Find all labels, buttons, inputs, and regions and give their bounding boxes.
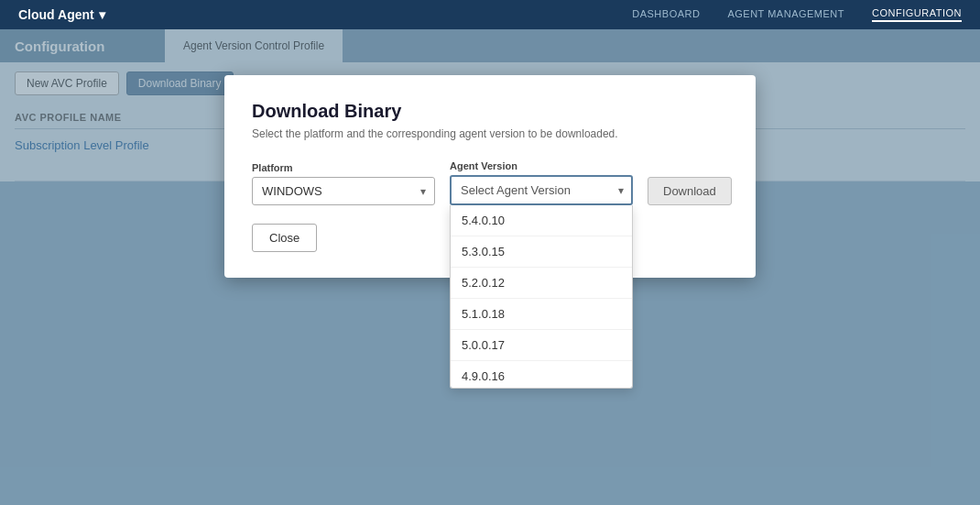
version-option-2[interactable]: 5.2.0.12 [451,268,632,299]
modal-subtitle: Select the platform and the correspondin… [252,127,728,140]
platform-select-wrap: WINDOWS ▾ [252,177,435,205]
nav-dashboard[interactable]: DASHBOARD [632,8,700,21]
nav-configuration[interactable]: CONFIGURATION [872,7,962,22]
brand-logo[interactable]: Cloud Agent ▾ [18,7,105,22]
agent-version-select[interactable]: Select Agent Version [450,175,633,205]
modal-title: Download Binary [252,101,728,122]
version-option-4[interactable]: 5.0.0.17 [451,330,632,361]
agent-version-field-group: Agent Version Select Agent Version ▾ 5.4… [450,160,633,205]
agent-version-dropdown-list[interactable]: 5.4.0.10 5.3.0.15 5.2.0.12 5.1.0.18 5.0.… [450,205,633,389]
top-navigation: Cloud Agent ▾ DASHBOARD AGENT MANAGEMENT… [0,0,980,29]
brand-chevron: ▾ [99,7,105,22]
close-modal-button[interactable]: Close [252,224,317,252]
platform-label: Platform [252,162,435,173]
version-option-5[interactable]: 4.9.0.16 [451,361,632,389]
platform-select[interactable]: WINDOWS [252,177,435,205]
download-binary-modal: Download Binary Select the platform and … [224,75,756,278]
agent-version-label: Agent Version [450,160,633,171]
modal-overlay: Download Binary Select the platform and … [0,29,980,505]
agent-version-select-wrap[interactable]: Select Agent Version ▾ 5.4.0.10 5.3.0.15… [450,175,633,205]
version-option-1[interactable]: 5.3.0.15 [451,236,632,268]
platform-field-group: Platform WINDOWS ▾ [252,162,435,205]
version-option-3[interactable]: 5.1.0.18 [451,299,632,330]
main-area: Configuration Agent Version Control Prof… [0,29,980,505]
download-action-button[interactable]: Download [648,177,732,205]
version-option-0[interactable]: 5.4.0.10 [451,205,632,236]
brand-name: Cloud Agent [18,7,94,22]
modal-fields: Platform WINDOWS ▾ Agent Version Select … [252,160,728,205]
nav-agent-management[interactable]: AGENT MANAGEMENT [727,8,844,21]
